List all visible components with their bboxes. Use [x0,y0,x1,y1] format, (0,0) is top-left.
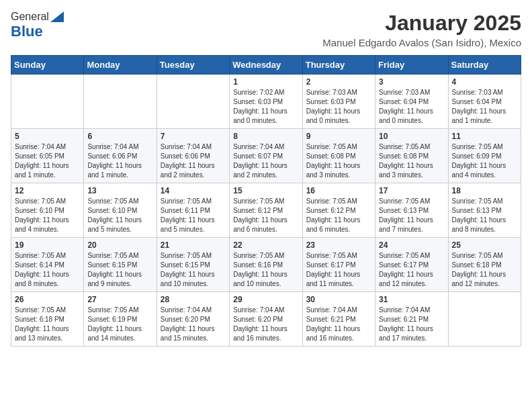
day-info: Sunrise: 7:04 AM Sunset: 6:21 PM Dayligh… [306,306,371,343]
day-number: 12 [15,186,80,195]
calendar-cell: 1Sunrise: 7:02 AM Sunset: 6:03 PM Daylig… [230,75,302,129]
calendar-header-row: SundayMondayTuesdayWednesdayThursdayFrid… [11,56,521,75]
day-info: Sunrise: 7:04 AM Sunset: 6:07 PM Dayligh… [233,142,298,180]
day-number: 9 [306,132,371,141]
day-info: Sunrise: 7:05 AM Sunset: 6:08 PM Dayligh… [306,142,371,180]
weekday-header: Wednesday [230,56,302,75]
calendar-cell: 10Sunrise: 7:05 AM Sunset: 6:08 PM Dayli… [375,129,448,183]
calendar-cell: 28Sunrise: 7:04 AM Sunset: 6:20 PM Dayli… [157,292,229,347]
day-number: 2 [306,77,371,87]
calendar-cell: 16Sunrise: 7:05 AM Sunset: 6:12 PM Dayli… [302,183,375,238]
calendar-title: January 2025 [322,11,521,36]
day-info: Sunrise: 7:02 AM Sunset: 6:03 PM Dayligh… [233,88,298,126]
day-number: 6 [87,132,152,141]
day-info: Sunrise: 7:04 AM Sunset: 6:20 PM Dayligh… [161,306,226,343]
calendar-cell: 27Sunrise: 7:05 AM Sunset: 6:19 PM Dayli… [84,292,157,347]
logo-blue-text: Blue [11,23,43,40]
calendar-week-row: 1Sunrise: 7:02 AM Sunset: 6:03 PM Daylig… [11,75,521,129]
page-header: General Blue January 2025 Manuel Edgardo… [11,11,521,48]
day-info: Sunrise: 7:03 AM Sunset: 6:04 PM Dayligh… [379,88,444,126]
day-number: 26 [15,295,80,304]
day-info: Sunrise: 7:05 AM Sunset: 6:14 PM Dayligh… [15,251,80,289]
day-number: 11 [452,132,517,141]
day-info: Sunrise: 7:04 AM Sunset: 6:06 PM Dayligh… [87,142,152,180]
day-info: Sunrise: 7:04 AM Sunset: 6:21 PM Dayligh… [379,306,444,343]
day-info: Sunrise: 7:05 AM Sunset: 6:08 PM Dayligh… [379,142,444,180]
day-number: 29 [233,295,298,304]
weekday-header: Thursday [302,56,375,75]
calendar-week-row: 12Sunrise: 7:05 AM Sunset: 6:10 PM Dayli… [11,183,521,238]
calendar-cell: 5Sunrise: 7:04 AM Sunset: 6:05 PM Daylig… [11,129,84,183]
day-info: Sunrise: 7:05 AM Sunset: 6:17 PM Dayligh… [379,251,444,289]
day-info: Sunrise: 7:05 AM Sunset: 6:12 PM Dayligh… [306,197,371,234]
day-info: Sunrise: 7:05 AM Sunset: 6:15 PM Dayligh… [161,251,226,289]
day-info: Sunrise: 7:05 AM Sunset: 6:18 PM Dayligh… [452,251,517,289]
title-area: January 2025 Manuel Edgardo Avalos (San … [322,11,521,48]
calendar-cell: 14Sunrise: 7:05 AM Sunset: 6:11 PM Dayli… [157,183,229,238]
calendar-cell [84,75,157,129]
day-info: Sunrise: 7:05 AM Sunset: 6:12 PM Dayligh… [233,197,298,234]
day-number: 4 [452,77,517,87]
calendar-cell: 7Sunrise: 7:04 AM Sunset: 6:06 PM Daylig… [157,129,229,183]
calendar-cell: 21Sunrise: 7:05 AM Sunset: 6:15 PM Dayli… [157,238,229,292]
calendar-cell: 6Sunrise: 7:04 AM Sunset: 6:06 PM Daylig… [84,129,157,183]
day-info: Sunrise: 7:05 AM Sunset: 6:10 PM Dayligh… [87,197,152,234]
weekday-header: Saturday [448,56,521,75]
day-number: 27 [87,295,152,304]
day-info: Sunrise: 7:03 AM Sunset: 6:03 PM Dayligh… [306,88,371,126]
calendar-cell [448,292,521,347]
day-number: 19 [15,240,80,250]
day-number: 7 [161,132,226,141]
calendar-week-row: 26Sunrise: 7:05 AM Sunset: 6:18 PM Dayli… [11,292,521,347]
weekday-header: Monday [84,56,157,75]
calendar-cell: 11Sunrise: 7:05 AM Sunset: 6:09 PM Dayli… [448,129,521,183]
day-number: 15 [233,186,298,195]
calendar-cell: 18Sunrise: 7:05 AM Sunset: 6:13 PM Dayli… [448,183,521,238]
calendar-cell: 26Sunrise: 7:05 AM Sunset: 6:18 PM Dayli… [11,292,84,347]
day-info: Sunrise: 7:05 AM Sunset: 6:18 PM Dayligh… [15,306,80,343]
day-info: Sunrise: 7:05 AM Sunset: 6:13 PM Dayligh… [379,197,444,234]
calendar-cell: 12Sunrise: 7:05 AM Sunset: 6:10 PM Dayli… [11,183,84,238]
day-info: Sunrise: 7:05 AM Sunset: 6:19 PM Dayligh… [87,306,152,343]
calendar-cell: 24Sunrise: 7:05 AM Sunset: 6:17 PM Dayli… [375,238,448,292]
day-info: Sunrise: 7:05 AM Sunset: 6:13 PM Dayligh… [452,197,517,234]
calendar-cell: 20Sunrise: 7:05 AM Sunset: 6:15 PM Dayli… [84,238,157,292]
day-info: Sunrise: 7:03 AM Sunset: 6:04 PM Dayligh… [452,88,517,126]
calendar-subtitle: Manuel Edgardo Avalos (San Isidro), Mexi… [322,37,521,48]
day-number: 24 [379,240,444,250]
day-number: 21 [161,240,226,250]
calendar-cell: 15Sunrise: 7:05 AM Sunset: 6:12 PM Dayli… [230,183,302,238]
day-number: 5 [15,132,80,141]
calendar-cell: 13Sunrise: 7:05 AM Sunset: 6:10 PM Dayli… [84,183,157,238]
day-number: 18 [452,186,517,195]
logo-general-text: General [11,11,49,23]
day-info: Sunrise: 7:05 AM Sunset: 6:11 PM Dayligh… [161,197,226,234]
calendar-cell: 2Sunrise: 7:03 AM Sunset: 6:03 PM Daylig… [302,75,375,129]
day-number: 17 [379,186,444,195]
day-number: 1 [233,77,298,87]
day-number: 3 [379,77,444,87]
day-number: 8 [233,132,298,141]
calendar-cell: 17Sunrise: 7:05 AM Sunset: 6:13 PM Dayli… [375,183,448,238]
svg-marker-0 [50,11,64,22]
day-info: Sunrise: 7:05 AM Sunset: 6:16 PM Dayligh… [233,251,298,289]
calendar-cell: 9Sunrise: 7:05 AM Sunset: 6:08 PM Daylig… [302,129,375,183]
day-number: 13 [87,186,152,195]
calendar-cell: 25Sunrise: 7:05 AM Sunset: 6:18 PM Dayli… [448,238,521,292]
day-info: Sunrise: 7:04 AM Sunset: 6:06 PM Dayligh… [161,142,226,180]
logo: General Blue [11,11,64,40]
day-number: 28 [161,295,226,304]
day-info: Sunrise: 7:04 AM Sunset: 6:05 PM Dayligh… [15,142,80,180]
weekday-header: Friday [375,56,448,75]
logo-icon [50,11,64,22]
day-info: Sunrise: 7:05 AM Sunset: 6:09 PM Dayligh… [452,142,517,180]
calendar-table: SundayMondayTuesdayWednesdayThursdayFrid… [11,55,521,347]
calendar-cell: 4Sunrise: 7:03 AM Sunset: 6:04 PM Daylig… [448,75,521,129]
calendar-cell [11,75,84,129]
weekday-header: Tuesday [157,56,229,75]
calendar-cell: 3Sunrise: 7:03 AM Sunset: 6:04 PM Daylig… [375,75,448,129]
calendar-week-row: 5Sunrise: 7:04 AM Sunset: 6:05 PM Daylig… [11,129,521,183]
day-number: 20 [87,240,152,250]
calendar-cell: 31Sunrise: 7:04 AM Sunset: 6:21 PM Dayli… [375,292,448,347]
day-info: Sunrise: 7:05 AM Sunset: 6:10 PM Dayligh… [15,197,80,234]
